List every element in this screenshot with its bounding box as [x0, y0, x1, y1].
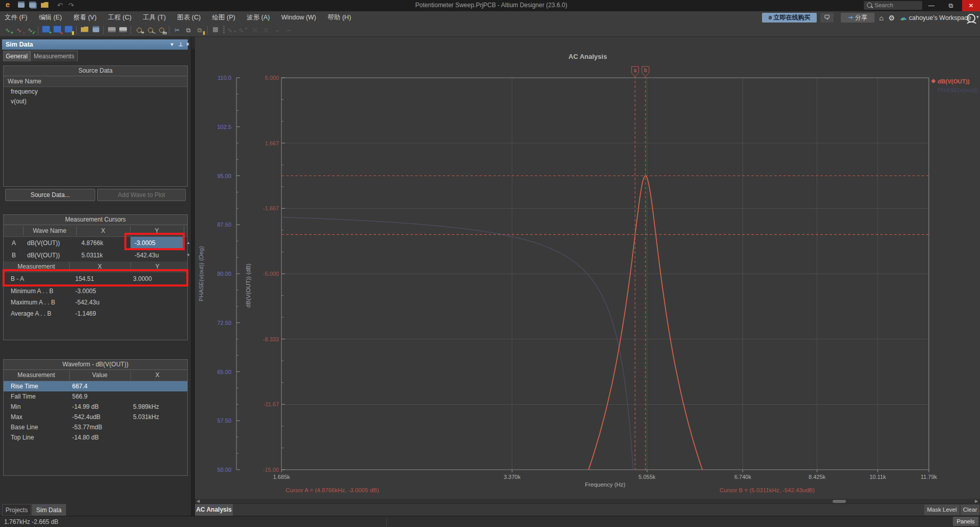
menu-help[interactable]: 帮助 (H): [323, 11, 356, 24]
altium-logo-icon: ə: [3, 1, 12, 10]
waveform-row-max[interactable]: Max -542.4udB 5.031kHz: [4, 412, 187, 422]
svg-text:65.00: 65.00: [217, 369, 231, 375]
scroll-right-icon[interactable]: ▶: [975, 499, 978, 503]
window-title: Potentiometer Sweep.PrjPCB - Altium Desi…: [368, 2, 614, 9]
redo-icon[interactable]: ↷: [67, 1, 76, 10]
menu-edit[interactable]: 编辑 (E): [34, 11, 67, 24]
print-icon[interactable]: [106, 26, 117, 35]
waveform-row-fall-time[interactable]: Fall Time 566.9: [4, 391, 187, 402]
gear-icon[interactable]: ⚙: [888, 13, 895, 23]
ac-analysis-chart[interactable]: AC Analysis110.0102.595.0087.5080.0072.5…: [195, 49, 980, 499]
menu-wave[interactable]: 波形 (A): [242, 11, 274, 24]
home-icon[interactable]: ⌂: [879, 13, 883, 23]
mask-level-button[interactable]: Mask Level: [924, 504, 960, 515]
panel-close-icon[interactable]: ×: [184, 39, 191, 50]
chart-horizontal-scrollbar[interactable]: ◀ ▶: [195, 499, 980, 503]
zoom-area-icon[interactable]: ▭: [156, 26, 166, 35]
db-curve: [281, 176, 929, 499]
close-button[interactable]: ✕: [962, 0, 980, 11]
svg-text:6.740k: 6.740k: [734, 474, 752, 480]
wave-row-frequency[interactable]: frequency: [4, 87, 187, 97]
toolbar: ∿+ ∿- ∿✓ + ∿ ▮ + - ▭ ✂ ⧉ ⧉▮ ∿⌄ ∿⌃ ⤫ ⤫ ⌣ …: [0, 24, 980, 37]
share-button[interactable]: ➔ 分享: [841, 13, 875, 23]
panel-header[interactable]: Sim Data ▾ ⊥ ×: [2, 39, 188, 50]
paste-icon[interactable]: ⧉▮: [194, 26, 205, 35]
remove-wave-icon[interactable]: ∿-: [14, 26, 24, 35]
zoom-in-icon[interactable]: +: [134, 26, 144, 35]
measure-base-icon[interactable]: ⌣: [272, 26, 282, 35]
maximize-button[interactable]: ⧉: [943, 0, 959, 11]
minimize-button[interactable]: —: [924, 0, 939, 11]
menu-view[interactable]: 察看 (V): [69, 11, 101, 24]
cursor-meas-row-minimum[interactable]: Minimum A . . B -3.0005: [4, 286, 187, 297]
svg-text:a: a: [634, 68, 637, 73]
save-icon[interactable]: [16, 1, 26, 10]
open-document-icon[interactable]: [79, 26, 90, 35]
plot-yellow-icon[interactable]: ▮: [63, 26, 74, 35]
clear-button[interactable]: Clear: [961, 504, 979, 515]
waveform-row-min[interactable]: Min -14.99 dB 5.989kHz: [4, 402, 187, 412]
svg-text:3.370k: 3.370k: [504, 474, 521, 480]
menu-window[interactable]: Window (W): [277, 12, 321, 23]
new-plot-icon[interactable]: +: [41, 26, 51, 35]
legend-phase: PHASE(v(out)): [938, 87, 978, 93]
plot-red-icon[interactable]: ∿: [52, 26, 62, 35]
status-cursor-readout: 1.767kHz -2.665 dB: [4, 518, 58, 525]
menu-chart[interactable]: 图表 (C): [172, 11, 205, 24]
waveform-row-rise-time[interactable]: Rise Time 667.4: [4, 381, 187, 391]
search-input[interactable]: Search: [864, 1, 922, 10]
cursor-row-b[interactable]: B dB(V(OUT)) 5.0311k -542.43u ▼: [4, 249, 187, 261]
cursor-scroll-down-icon[interactable]: ▼: [186, 249, 190, 261]
measure-fall-icon[interactable]: ∿⌃: [238, 26, 249, 35]
svg-text:-11.67: -11.67: [264, 401, 279, 407]
measure-min-icon[interactable]: ⤫: [250, 26, 260, 35]
measure-max-icon[interactable]: ⤫: [261, 26, 271, 35]
menu-project[interactable]: 工程 (C): [103, 11, 136, 24]
source-data-column-header[interactable]: Wave Name: [4, 76, 187, 87]
workspace-label[interactable]: cahoyue's Workspace: [909, 14, 971, 21]
tab-measurements[interactable]: Measurements: [30, 51, 78, 61]
menu-plot[interactable]: 绘图 (P): [208, 11, 240, 24]
user-account-icon[interactable]: [967, 14, 975, 23]
cursor-scroll-up-icon[interactable]: ▲: [186, 237, 190, 249]
waveform-row-base-line[interactable]: Base Line -53.77mdB: [4, 422, 187, 432]
cursor-meas-row-average[interactable]: Average A . . B -1.1469: [4, 308, 187, 319]
scrollbar-thumb[interactable]: [833, 500, 846, 503]
measure-top-icon[interactable]: ⌢: [284, 26, 294, 35]
wave-check-icon[interactable]: ∿✓: [25, 26, 35, 35]
measure-rise-icon[interactable]: ∿⌄: [227, 26, 237, 35]
menu-file[interactable]: 文件 (F): [0, 11, 32, 24]
svg-text:-8.333: -8.333: [263, 336, 279, 342]
cut-icon[interactable]: ✂: [172, 26, 182, 35]
annotation-box-b-minus-a-row: [3, 269, 188, 287]
print-preview-icon[interactable]: [118, 26, 128, 35]
wave-row-vout[interactable]: v(out): [4, 97, 187, 106]
undo-icon[interactable]: ↶: [55, 1, 64, 10]
svg-text:5.055k: 5.055k: [639, 474, 656, 480]
cloud-icon: ☁: [900, 13, 907, 21]
save-document-icon[interactable]: [91, 26, 101, 35]
panel-dropdown-icon[interactable]: ▾: [168, 39, 176, 50]
open-folder-icon[interactable]: [40, 1, 49, 10]
source-data-button[interactable]: Source Data...: [5, 189, 95, 201]
scroll-left-icon[interactable]: ◀: [197, 499, 200, 503]
comment-button[interactable]: 🗨: [820, 13, 834, 23]
add-wave-icon[interactable]: ∿+: [3, 26, 13, 35]
zoom-out-icon[interactable]: -: [145, 26, 155, 35]
buy-online-button[interactable]: ə 立即在线购买: [762, 13, 817, 23]
stop-icon[interactable]: [210, 26, 221, 35]
save-all-icon[interactable]: [28, 1, 37, 10]
bottom-tab-projects[interactable]: Projects: [2, 504, 31, 516]
user-menu-caret-icon[interactable]: ▾: [976, 14, 979, 19]
copy-icon[interactable]: ⧉: [183, 26, 193, 35]
tab-ac-analysis[interactable]: AC Analysis: [195, 504, 233, 516]
panel-pin-icon[interactable]: ⊥: [177, 39, 184, 50]
menu-tools[interactable]: 工具 (T): [138, 11, 170, 24]
tab-general[interactable]: General: [3, 51, 30, 61]
bottom-tab-sim-data[interactable]: Sim Data: [32, 504, 66, 516]
panels-button[interactable]: Panels: [953, 517, 978, 526]
cursor-meas-row-maximum[interactable]: Maximum A . . B -542.43u: [4, 297, 187, 308]
waveform-column-header[interactable]: Measurement Value X: [4, 370, 187, 381]
measurement-cursors-header: Measurement Cursors: [4, 215, 187, 225]
waveform-row-top-line[interactable]: Top Line -14.80 dB: [4, 432, 187, 443]
